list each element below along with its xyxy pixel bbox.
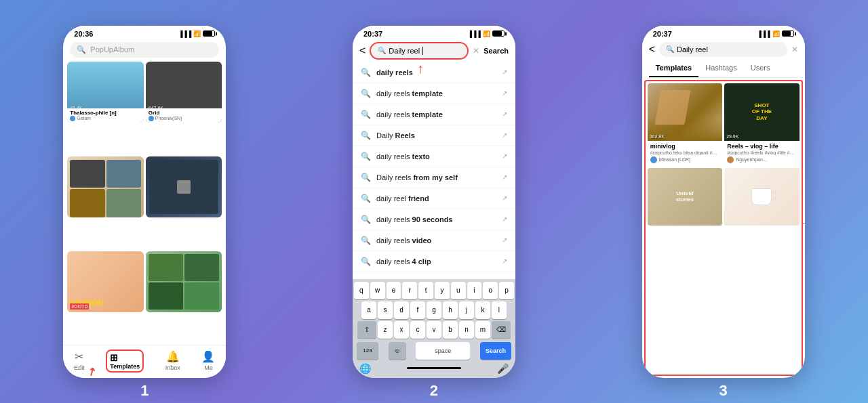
result-item-1[interactable]: SHOTOF THEDAY 29.9K Reels – vlog – life … (724, 83, 800, 166)
key-123[interactable]: 123 (357, 342, 378, 360)
globe-icon[interactable]: 🌐 (359, 363, 371, 374)
tab-hashtags[interactable]: Hashtags (698, 60, 743, 77)
key-y[interactable]: y (435, 282, 450, 299)
key-f[interactable]: f (410, 301, 425, 319)
photo-item-4[interactable] (146, 156, 222, 217)
key-m[interactable]: m (475, 321, 490, 339)
author-avatar-0 (650, 156, 657, 163)
clear-button-2[interactable]: ✕ (473, 46, 479, 56)
suggestion-5[interactable]: 🔍 Daily reels from my self ↗ (353, 167, 515, 188)
key-u[interactable]: u (451, 282, 466, 299)
key-c[interactable]: c (410, 321, 425, 339)
view-count-0: 382.8K (650, 134, 665, 139)
search-icon-2: 🔍 (378, 47, 386, 54)
key-d[interactable]: d (394, 301, 409, 319)
suggestion-0[interactable]: 🔍 daily reels ↗ (353, 62, 515, 83)
photo-item-3[interactable] (67, 156, 144, 217)
key-r[interactable]: r (402, 282, 417, 299)
photo-item-2[interactable]: 642.6K Grid Phoenix(SN) (146, 62, 222, 123)
tab-users[interactable]: Users (744, 60, 777, 77)
key-w[interactable]: w (370, 282, 385, 299)
wifi-icon: 📶 (193, 30, 201, 37)
key-t[interactable]: t (418, 282, 433, 299)
suggestion-6[interactable]: 🔍 daily reel friend ↗ (353, 188, 515, 209)
back-button-3[interactable]: < (649, 43, 655, 56)
key-s[interactable]: s (378, 301, 393, 319)
key-backspace[interactable]: ⌫ (492, 321, 511, 339)
search-input-box[interactable]: 🔍 Daily reel (370, 42, 469, 60)
results-grid: 382.8K minivlog #capcutho.teks blisa dig… (646, 81, 802, 228)
arrow-icon-s0: ↗ (502, 68, 507, 76)
inbox-label: Inbox (165, 364, 180, 371)
key-k[interactable]: k (475, 301, 490, 319)
result-item-0[interactable]: 382.8K minivlog #capcutho.teks blisa dig… (648, 83, 723, 166)
key-z[interactable]: z (378, 321, 393, 339)
key-e[interactable]: e (387, 282, 401, 299)
screen3-phone: 20:37 ▐▐▐ 📶 < 🔍 Daily reel ✕ Templates H… (642, 26, 805, 378)
key-p[interactable]: p (499, 282, 514, 299)
photo-item-5[interactable]: FASHION #OOTD ↗ (67, 251, 144, 312)
suggestion-4[interactable]: 🔍 daily reels texto ↗ (353, 146, 515, 167)
key-shift[interactable]: ⇧ (357, 321, 376, 339)
key-q[interactable]: q (354, 282, 369, 299)
key-a[interactable]: a (361, 301, 376, 319)
tab-templates[interactable]: Templates (649, 60, 699, 77)
key-n[interactable]: n (459, 321, 474, 339)
nav-templates[interactable]: ⊞ Templates ↗ (106, 349, 144, 373)
arrow-icon-s2: ↗ (502, 110, 507, 118)
home-indicator (407, 367, 461, 369)
suggestion-text-8: daily reels video (376, 236, 496, 245)
key-x[interactable]: x (394, 321, 409, 339)
author-name-1: Nguyenhpan... (736, 157, 767, 162)
me-label: Me (204, 364, 213, 371)
arrow-icon-s4: ↗ (502, 152, 507, 160)
search-button-2[interactable]: Search (484, 47, 509, 55)
battery-icon-3 (782, 30, 794, 37)
screen2-wrapper: 20:37 ▐▐▐ 📶 < 🔍 Daily reel ✕ Search ↑ (353, 26, 515, 378)
suggestion-8[interactable]: 🔍 daily reels video ↗ (353, 230, 515, 251)
card-title-1: Thalasso-phile [n] (70, 110, 141, 116)
results-highlight: 382.8K minivlog #capcutho.teks blisa dig… (644, 80, 803, 376)
suggestion-7[interactable]: 🔍 daily reels 90 seconds ↗ (353, 209, 515, 230)
clear-button-3[interactable]: ✕ (791, 45, 798, 54)
suggestion-1[interactable]: 🔍 daily reels template ↗ (353, 83, 515, 104)
search-icon-s8: 🔍 (361, 236, 371, 245)
key-g[interactable]: g (427, 301, 441, 319)
search-bar-1[interactable]: 🔍 PopUpAlbum (70, 42, 219, 58)
photo-grid: 45.4K Thalasso-phile [n] Gelam 642.6K Gr… (63, 62, 226, 345)
key-i[interactable]: i (467, 282, 482, 299)
status-bar-3: 20:37 ▐▐▐ 📶 (642, 26, 805, 39)
key-emoji[interactable]: ☺ (389, 342, 406, 360)
key-b[interactable]: b (443, 321, 458, 339)
search-bar-3[interactable]: 🔍 Daily reel (659, 42, 787, 57)
result-item-3[interactable] (724, 168, 800, 226)
back-button-2[interactable]: < (359, 45, 366, 57)
photo-item-1[interactable]: 45.4K Thalasso-phile [n] Gelam (67, 62, 144, 123)
suggestion-text-9: daily reels 4 clip (376, 257, 496, 266)
suggestion-3[interactable]: 🔍 Daily Reels ↗ (353, 125, 515, 146)
result-author-1: Nguyenhpan... (727, 156, 797, 163)
result-item-2[interactable]: Untoldstories (648, 168, 723, 226)
key-h[interactable]: h (443, 301, 458, 319)
photo-item-6[interactable] (146, 251, 222, 312)
search-text-3: Daily reel (677, 45, 708, 54)
suggestion-2[interactable]: 🔍 daily reels template ↗ (353, 104, 515, 125)
key-l[interactable]: l (492, 301, 507, 319)
suggestion-text-4: daily reels texto (376, 152, 496, 161)
search-key[interactable]: Search (480, 342, 511, 360)
nav-edit[interactable]: ✂ Edit (74, 350, 85, 371)
key-o[interactable]: o (483, 282, 498, 299)
nav-inbox[interactable]: 🔔 Inbox (165, 350, 180, 371)
search-icon-s4: 🔍 (361, 152, 371, 161)
key-space[interactable]: space (416, 342, 470, 360)
keyboard-row-1: q w e r t y u i o p (354, 282, 514, 299)
keyboard-row-3: ⇧ z x c v b n m ⌫ (354, 321, 514, 339)
arrow-icon-s5: ↗ (502, 173, 507, 181)
nav-me[interactable]: 👤 Me (201, 350, 215, 371)
suggestion-9[interactable]: 🔍 daily reels 4 clip ↗ (353, 251, 515, 272)
key-v[interactable]: v (427, 321, 441, 339)
time-3: 20:37 (653, 30, 672, 38)
key-j[interactable]: j (459, 301, 474, 319)
mic-icon[interactable]: 🎤 (497, 363, 509, 374)
status-icons-1: ▐▐▐ 📶 (178, 30, 215, 37)
